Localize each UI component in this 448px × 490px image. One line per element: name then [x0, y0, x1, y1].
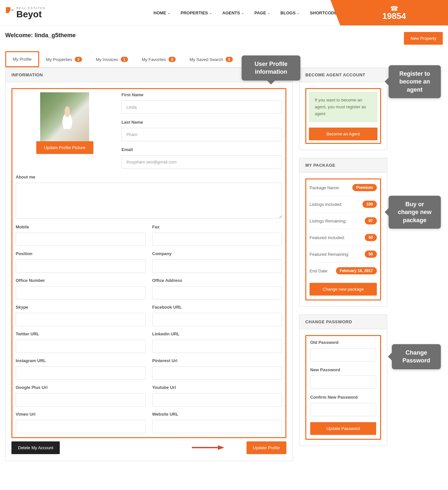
- logo-icon: [5, 7, 14, 18]
- pkg-value: February 16, 2017: [336, 267, 377, 274]
- about-label: About me: [16, 175, 282, 179]
- new-property-button[interactable]: New Property: [404, 32, 443, 45]
- callout-profile: User Profile information: [242, 55, 300, 81]
- office-number-input[interactable]: [16, 286, 146, 299]
- callout-package: Buy or change new package: [389, 196, 441, 229]
- instagram-input[interactable]: [16, 366, 146, 380]
- panel-title: BECOME AGENT ACCOUNT: [299, 68, 387, 82]
- office-number-label: Office Number: [16, 278, 146, 283]
- chevron-down-icon: ⌄: [209, 11, 212, 15]
- tab-badge: 0: [226, 57, 233, 62]
- pkg-value: Premium: [352, 184, 377, 191]
- nav-home[interactable]: HOME⌄: [153, 10, 170, 15]
- confirm-password-label: Confirm New Password: [310, 395, 376, 400]
- office-address-input[interactable]: [152, 286, 282, 299]
- email-input[interactable]: [121, 155, 282, 169]
- googleplus-input[interactable]: [16, 393, 146, 406]
- main-nav: HOME⌄ PROPERTIES⌄ AGENTS⌄ PAGE⌄ BLOGS⌄ S…: [153, 0, 341, 25]
- change-package-button[interactable]: Change new package: [310, 283, 377, 296]
- arrow-icon: [192, 445, 224, 450]
- tab-badge: 3: [75, 57, 82, 62]
- first-name-label: First Name: [121, 92, 282, 97]
- pkg-row-listings-included: Listings Included: 100: [310, 196, 377, 213]
- nav-agents[interactable]: AGENTS⌄: [222, 10, 244, 15]
- chevron-down-icon: ⌄: [168, 11, 170, 15]
- agent-panel: BECOME AGENT ACCOUNT If you want to beco…: [299, 68, 387, 150]
- chevron-down-icon: ⌄: [267, 11, 270, 15]
- company-label: Company: [152, 251, 282, 256]
- pinterest-label: Pinterest Url: [152, 358, 282, 363]
- nav-page[interactable]: PAGE⌄: [254, 10, 270, 15]
- tab-my-invoices[interactable]: My Invoices1: [89, 51, 135, 67]
- email-label: Email: [121, 147, 282, 152]
- agent-alert: If you want to become an agent, you must…: [309, 92, 377, 122]
- nav-properties[interactable]: PROPERTIES⌄: [181, 10, 212, 15]
- pkg-row-end-date: End Date: February 16, 2017: [310, 263, 377, 279]
- callout-password: Change Password: [392, 344, 441, 369]
- skype-input[interactable]: [16, 313, 146, 326]
- package-panel: MY PACKAGE Package Name: Premium Listing…: [299, 158, 387, 307]
- skype-label: Skype: [16, 305, 146, 310]
- tab-my-saved-search[interactable]: My Saved Search0: [183, 51, 240, 67]
- website-label: Website URL: [152, 412, 282, 417]
- position-label: Position: [16, 251, 146, 256]
- last-name-input[interactable]: [121, 128, 282, 141]
- linkedin-input[interactable]: [152, 340, 282, 353]
- mobile-input[interactable]: [16, 233, 146, 246]
- nav-blogs[interactable]: BLOGS⌄: [280, 10, 299, 15]
- chevron-down-icon: ⌄: [241, 11, 244, 15]
- pkg-value: 50: [365, 234, 377, 241]
- instagram-label: Instagram URL: [16, 358, 146, 363]
- linkedin-label: Linkedin URL: [152, 331, 282, 336]
- update-profile-button[interactable]: Update Profile: [247, 441, 286, 454]
- fax-input[interactable]: [152, 233, 282, 246]
- pkg-value: 50: [365, 251, 377, 258]
- new-password-input[interactable]: [310, 375, 376, 389]
- tab-my-favorites[interactable]: My Favorites0: [135, 51, 183, 67]
- first-name-input[interactable]: [121, 100, 282, 114]
- phone-number: 19854: [382, 11, 406, 21]
- old-password-label: Old Password: [310, 340, 376, 345]
- pkg-row-featured-remaining: Featured Remaining: 50: [310, 246, 377, 263]
- logo-name: Beyot: [16, 10, 45, 19]
- pkg-row-name: Package Name: Premium: [310, 179, 377, 196]
- callout-agent: Register to become an agent: [389, 65, 441, 98]
- panel-title: MY PACKAGE: [299, 158, 387, 173]
- delete-account-button[interactable]: Detele My Account: [11, 441, 60, 454]
- tab-my-profile[interactable]: My Profile: [5, 51, 39, 67]
- pkg-row-featured-included: Featured Included: 50: [310, 229, 377, 246]
- about-textarea[interactable]: [16, 183, 282, 219]
- tab-badge: 1: [121, 57, 128, 62]
- office-address-label: Office Address: [152, 278, 282, 283]
- tab-my-properties[interactable]: My Properties3: [39, 51, 89, 67]
- old-password-input[interactable]: [310, 348, 376, 361]
- youtube-label: Youtube Url: [152, 385, 282, 390]
- information-panel: INFORMATION Update Profile Picture: [5, 68, 293, 461]
- password-panel: CHANGE PASSWORD Old Password New Passwor…: [299, 314, 387, 446]
- header: REAL ESTATES Beyot HOME⌄ PROPERTIES⌄ AGE…: [0, 0, 448, 25]
- facebook-input[interactable]: [152, 313, 282, 326]
- twitter-input[interactable]: [16, 340, 146, 353]
- pkg-value: 97: [365, 217, 377, 224]
- update-picture-button[interactable]: Update Profile Picture: [36, 141, 93, 154]
- website-input[interactable]: [152, 420, 282, 433]
- panel-title: CHANGE PASSWORD: [299, 315, 387, 329]
- phone-banner[interactable]: ☎ 19854: [340, 0, 448, 25]
- googleplus-label: Google Plus Url: [16, 385, 146, 390]
- become-agent-button[interactable]: Become an Agent: [309, 128, 377, 140]
- fax-label: Fax: [152, 224, 282, 229]
- pkg-row-listings-remaining: Listings Remaining: 97: [310, 213, 377, 229]
- pkg-value: 100: [362, 201, 377, 208]
- mobile-label: Mobile: [16, 224, 146, 229]
- new-password-label: New Password: [310, 367, 376, 372]
- pinterest-input[interactable]: [152, 366, 282, 380]
- position-input[interactable]: [16, 259, 146, 273]
- company-input[interactable]: [152, 259, 282, 273]
- twitter-label: Twitter URL: [16, 331, 146, 336]
- logo[interactable]: REAL ESTATES Beyot: [5, 7, 45, 19]
- vimeo-input[interactable]: [16, 420, 146, 433]
- welcome-heading: Welcome: linda_g5theme: [5, 32, 76, 39]
- update-password-button[interactable]: Update Password: [310, 422, 376, 435]
- youtube-input[interactable]: [152, 393, 282, 406]
- confirm-password-input[interactable]: [310, 403, 376, 416]
